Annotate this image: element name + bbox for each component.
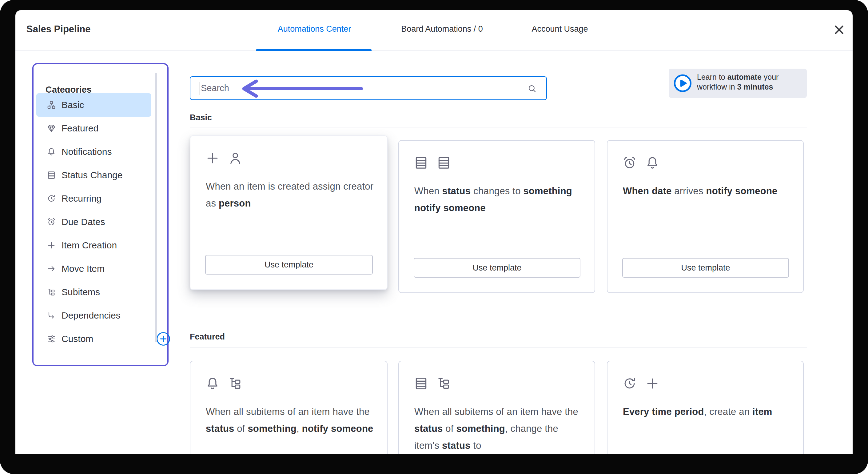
sidebar-item-due-dates[interactable]: Due Dates <box>36 210 151 234</box>
card-text-segment: of <box>235 423 248 434</box>
banner-text-segment: automate <box>727 72 762 81</box>
add-category-button[interactable] <box>156 332 170 346</box>
search-icon <box>527 84 537 94</box>
card-text-segment: something <box>248 423 297 434</box>
banner-text-segment: Learn to <box>697 72 727 81</box>
table-icon <box>47 171 56 180</box>
sidebar-item-notifications[interactable]: Notifications <box>36 140 151 164</box>
person-icon <box>228 151 243 166</box>
card-icons <box>414 155 451 170</box>
sidebar-item-label: Move Item <box>62 264 104 274</box>
banner-text-segment: 3 minutes <box>737 83 773 91</box>
card-description: When status changes to something notify … <box>414 182 584 216</box>
sidebar-item-featured[interactable]: Featured <box>36 117 151 140</box>
active-tab-underline <box>256 49 372 51</box>
sidebar-item-recurring[interactable]: Recurring <box>36 187 151 210</box>
template-card-featured-2[interactable]: When all subitems of an item have the st… <box>398 361 595 454</box>
card-text-segment: Every time period <box>623 406 704 417</box>
card-text-segment: , <box>297 423 302 434</box>
card-text-segment: person <box>219 198 251 209</box>
table-icon <box>414 155 429 170</box>
template-card-basic-1[interactable]: When an item is created assign creator a… <box>190 136 388 290</box>
card-text-segment: status <box>414 423 443 434</box>
card-description: When date arrives notify someone <box>623 182 793 200</box>
card-text-segment: arrives <box>672 186 706 196</box>
sidebar-item-label: Basic <box>62 100 84 110</box>
alarm-icon <box>622 155 637 170</box>
text-caret <box>199 82 200 95</box>
sidebar-item-basic[interactable]: Basic <box>36 93 151 117</box>
template-card-featured-3[interactable]: Every time period, create an item <box>607 361 804 454</box>
card-text-segment: When date <box>623 186 672 196</box>
use-template-button[interactable]: Use template <box>414 258 581 278</box>
search-input[interactable] <box>190 77 546 99</box>
sidebar-item-move-item[interactable]: Move Item <box>36 257 151 280</box>
sidebar-item-dependencies[interactable]: Dependencies <box>36 304 151 327</box>
card-text-segment: status <box>442 440 471 451</box>
template-card-basic-2[interactable]: When status changes to something notify … <box>398 140 595 293</box>
card-text-segment: of <box>443 423 457 434</box>
sidebar-item-label: Featured <box>62 123 98 134</box>
play-icon[interactable] <box>674 74 692 92</box>
sidebar-item-label: Subitems <box>62 287 100 297</box>
tab-account-usage[interactable]: Account Usage <box>531 24 588 34</box>
sidebar-item-label: Status Change <box>62 170 122 180</box>
screenshot-frame: Sales Pipeline Automations CenterBoard A… <box>0 0 868 474</box>
card-icons <box>205 151 243 166</box>
sidebar-item-label: Recurring <box>62 193 101 204</box>
table-icon <box>414 376 429 391</box>
card-text-segment: item <box>752 406 772 417</box>
card-text-segment: When <box>414 186 442 196</box>
sidebar-item-subitems[interactable]: Subitems <box>36 280 151 304</box>
card-text-segment: When all subitems of an item have the <box>206 406 370 417</box>
bell-icon <box>205 376 220 391</box>
card-text-segment: , create an <box>704 406 753 417</box>
template-card-featured-1[interactable]: When all subitems of an item have the st… <box>190 361 388 454</box>
card-icons <box>205 376 243 391</box>
section-divider <box>190 127 807 127</box>
sidebar-scrollbar[interactable] <box>155 73 157 342</box>
card-text-segment: status <box>206 423 235 434</box>
subitems-icon <box>47 288 56 297</box>
card-text-segment: to <box>471 440 482 451</box>
categories-sidebar: Categories BasicFeaturedNotificationsSta… <box>32 63 168 366</box>
sidebar-item-custom[interactable]: Custom <box>36 327 151 351</box>
use-template-button[interactable]: Use template <box>622 258 789 278</box>
plus-icon <box>645 376 660 391</box>
card-text-segment: something <box>456 423 505 434</box>
section-title-basic: Basic <box>190 113 212 122</box>
alarm-icon <box>47 217 56 227</box>
header-divider <box>16 51 852 51</box>
sliders-icon <box>47 334 56 344</box>
section-divider <box>190 347 807 348</box>
card-description: When an item is created assign creator a… <box>206 178 376 212</box>
card-description: Every time period, create an item <box>623 403 793 420</box>
sidebar-item-label: Due Dates <box>62 217 105 227</box>
diamond-icon <box>47 124 56 133</box>
sidebar-item-label: Dependencies <box>62 310 121 321</box>
card-text-segment: notify someone <box>302 423 373 434</box>
sidebar-item-item-creation[interactable]: Item Creation <box>36 234 151 257</box>
subitems-icon <box>436 376 451 391</box>
tab-board-automations-0[interactable]: Board Automations / 0 <box>401 24 483 34</box>
sidebar-item-label: Custom <box>62 334 93 344</box>
close-button[interactable] <box>832 23 846 37</box>
recurring-icon <box>47 194 56 203</box>
table-icon <box>436 155 451 170</box>
tab-automations-center[interactable]: Automations Center <box>278 24 351 34</box>
sidebar-item-status-change[interactable]: Status Change <box>36 164 151 187</box>
banner-text: Learn to automate your workflow in 3 min… <box>697 72 803 92</box>
card-icons <box>414 376 451 391</box>
card-description: When all subitems of an item have the st… <box>206 403 376 437</box>
learn-automate-banner[interactable]: Learn to automate your workflow in 3 min… <box>669 69 807 98</box>
card-icons <box>622 155 660 170</box>
card-description: When all subitems of an item have the st… <box>414 403 584 454</box>
card-icons <box>622 376 660 391</box>
arrow-right-icon <box>47 264 56 273</box>
card-text-segment: status <box>442 186 471 196</box>
use-template-button[interactable]: Use template <box>205 255 373 274</box>
card-text-segment: When all subitems of an item have the <box>414 406 578 417</box>
bell-icon <box>645 155 660 170</box>
recurring-icon <box>622 376 637 391</box>
template-card-basic-3[interactable]: When date arrives notify someoneUse temp… <box>607 140 804 293</box>
